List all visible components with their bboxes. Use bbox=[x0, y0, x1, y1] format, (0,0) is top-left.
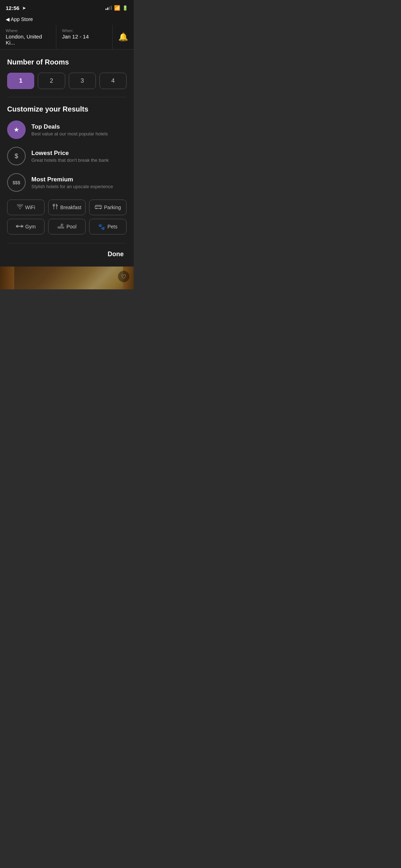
status-bar: 12:56 ➤ 📶 🔋 bbox=[0, 0, 134, 16]
dates-value: Jan 12 - 14 bbox=[62, 33, 107, 40]
lowest-price-text: Lowest Price Great hotels that don't bre… bbox=[31, 150, 127, 163]
favorite-button[interactable]: ♡ bbox=[118, 271, 129, 282]
image-overlay bbox=[0, 267, 134, 289]
signal-icon bbox=[106, 6, 112, 10]
rooms-title: Number of Rooms bbox=[7, 58, 127, 66]
wifi-status-icon: 📶 bbox=[114, 5, 120, 11]
wifi-label: WiFi bbox=[25, 205, 35, 210]
pets-amenity-icon: 🐾 bbox=[98, 223, 105, 230]
top-deals-option[interactable]: ★ Top Deals Best value at our most popul… bbox=[7, 120, 127, 139]
lowest-price-title: Lowest Price bbox=[31, 150, 127, 157]
most-premium-desc: Stylish hotels for an upscale experience bbox=[31, 184, 127, 189]
top-deals-icon: ★ bbox=[7, 120, 26, 139]
app-store-bar: ◀ App Store bbox=[0, 16, 134, 25]
room-btn-2[interactable]: 2 bbox=[38, 73, 65, 89]
location-selector[interactable]: Where: London, United Ki... bbox=[0, 25, 56, 49]
location-value: London, United Ki... bbox=[6, 33, 50, 46]
most-premium-option[interactable]: $$$ Most Premium Stylish hotels for an u… bbox=[7, 173, 127, 192]
top-deals-desc: Best value at our most popular hotels bbox=[31, 131, 127, 136]
breakfast-amenity-btn[interactable]: Breakfast bbox=[48, 200, 86, 215]
location-arrow-icon: ➤ bbox=[22, 5, 26, 11]
room-btn-3[interactable]: 3 bbox=[69, 73, 96, 89]
svg-rect-7 bbox=[16, 225, 17, 227]
room-btn-4[interactable]: 4 bbox=[99, 73, 127, 89]
svg-rect-10 bbox=[21, 225, 22, 228]
most-premium-title: Most Premium bbox=[31, 176, 127, 183]
most-premium-icon: $$$ bbox=[7, 173, 26, 192]
gym-label: Gym bbox=[25, 224, 36, 229]
when-label: When: bbox=[62, 29, 107, 33]
most-premium-text: Most Premium Stylish hotels for an upsca… bbox=[31, 176, 127, 189]
heart-icon: ♡ bbox=[121, 273, 126, 280]
filter-modal: Number of Rooms 1 2 3 4 Customize your R… bbox=[0, 50, 134, 267]
wifi-amenity-btn[interactable]: WiFi bbox=[7, 200, 45, 215]
date-selector[interactable]: When: Jan 12 - 14 bbox=[56, 25, 112, 49]
lowest-price-desc: Great hotels that don't break the bank bbox=[31, 157, 127, 163]
gym-amenity-icon bbox=[16, 223, 23, 230]
breakfast-label: Breakfast bbox=[60, 205, 81, 210]
breakfast-amenity-icon bbox=[52, 204, 58, 211]
svg-rect-9 bbox=[17, 225, 18, 228]
bell-icon: 🔔 bbox=[118, 32, 128, 42]
lowest-price-option[interactable]: $ Lowest Price Great hotels that don't b… bbox=[7, 147, 127, 165]
room-selector: 1 2 3 4 bbox=[7, 73, 127, 89]
customize-title: Customize your Results bbox=[7, 105, 127, 113]
pool-amenity-icon bbox=[57, 223, 64, 230]
svg-rect-8 bbox=[22, 225, 23, 227]
pool-amenity-btn[interactable]: Pool bbox=[48, 219, 86, 234]
divider-1 bbox=[7, 97, 127, 97]
pool-label: Pool bbox=[66, 224, 76, 229]
top-deals-title: Top Deals bbox=[31, 123, 127, 130]
notifications-button[interactable]: 🔔 bbox=[112, 25, 134, 49]
pets-amenity-btn[interactable]: 🐾 Pets bbox=[89, 219, 127, 234]
wifi-amenity-icon bbox=[17, 204, 23, 211]
room-btn-1[interactable]: 1 bbox=[7, 73, 34, 89]
parking-amenity-icon bbox=[95, 204, 102, 211]
where-label: Where: bbox=[6, 29, 50, 33]
done-row: Done bbox=[7, 243, 127, 259]
search-header: Where: London, United Ki... When: Jan 12… bbox=[0, 25, 134, 50]
done-button[interactable]: Done bbox=[105, 249, 127, 259]
back-label: ◀ App Store bbox=[6, 16, 33, 22]
parking-amenity-btn[interactable]: Parking bbox=[89, 200, 127, 215]
curtain-left bbox=[0, 267, 14, 289]
status-right: 📶 🔋 bbox=[106, 5, 128, 11]
status-left: 12:56 ➤ bbox=[6, 5, 26, 11]
lowest-price-icon: $ bbox=[7, 147, 26, 165]
top-deals-text: Top Deals Best value at our most popular… bbox=[31, 123, 127, 136]
amenities-grid: WiFi Breakfast bbox=[7, 200, 127, 234]
status-time: 12:56 bbox=[6, 5, 19, 11]
hotel-image: ♡ bbox=[0, 267, 134, 289]
svg-point-5 bbox=[100, 208, 101, 209]
svg-point-4 bbox=[96, 208, 97, 209]
battery-icon: 🔋 bbox=[122, 5, 128, 11]
gym-amenity-btn[interactable]: Gym bbox=[7, 219, 45, 234]
pets-label: Pets bbox=[107, 224, 117, 229]
parking-label: Parking bbox=[104, 205, 121, 210]
app-store-back-button[interactable]: ◀ App Store bbox=[6, 16, 128, 22]
